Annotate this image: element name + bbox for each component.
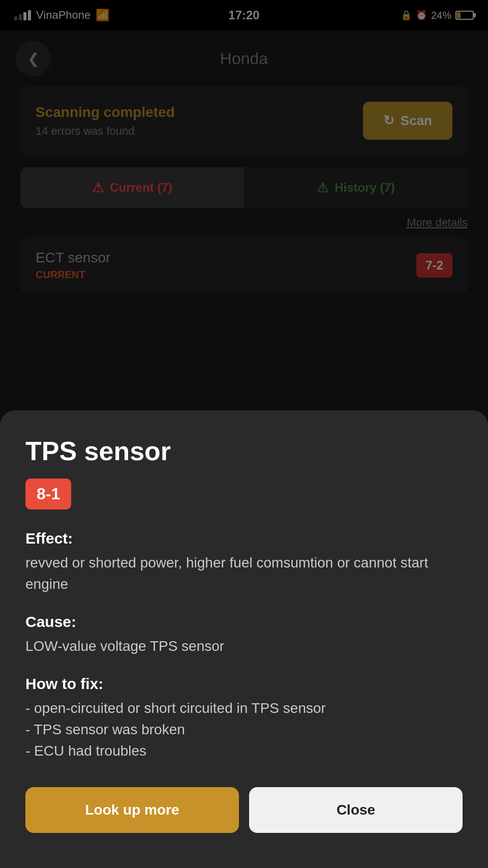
signal-bar-3	[23, 12, 26, 20]
tab-current[interactable]: ⚠ Current (7)	[20, 167, 244, 208]
modal-cause-text: LOW-value voltage TPS sensor	[25, 636, 463, 657]
close-button[interactable]: Close	[249, 787, 463, 833]
scan-button[interactable]: ↻ Scan	[363, 102, 452, 140]
tab-history-label: History (7)	[334, 181, 395, 195]
status-right: 🔒 ⏰ 24%	[401, 10, 474, 21]
scan-errors-text: 14 errors was found.	[36, 125, 175, 138]
modal-howtofix-text: - open-circuited or short circuited in T…	[25, 698, 463, 762]
signal-bar-4	[28, 10, 31, 20]
more-details-row: More details	[0, 208, 488, 237]
sensor-name: ECT sensor	[36, 250, 110, 266]
battery-fill	[457, 12, 461, 18]
back-arrow-icon: ❮	[27, 50, 39, 67]
modal-howtofix-section: How to fix: - open-circuited or short ci…	[25, 675, 463, 762]
sensor-badge: CURRENT	[36, 269, 110, 281]
modal-title: TPS sensor	[25, 436, 463, 466]
battery-icon	[455, 11, 474, 20]
modal-effect-section: Effect: revved or shorted power, higher …	[25, 530, 463, 595]
lock-icon: 🔒	[401, 10, 412, 21]
header: ❮ Honda	[0, 31, 488, 86]
tab-current-label: Current (7)	[110, 181, 172, 195]
modal-error-badge: 8-1	[25, 478, 71, 510]
status-left: VinaPhone 📶	[14, 9, 109, 22]
tab-bar: ⚠ Current (7) ⚠ History (7)	[20, 167, 468, 208]
signal-bar-2	[19, 14, 22, 20]
back-button[interactable]: ❮	[15, 41, 51, 76]
modal-buttons: Look up more Close	[25, 787, 463, 833]
ect-sensor-row[interactable]: ECT sensor CURRENT 7-2	[20, 237, 468, 293]
bottom-sheet-modal: TPS sensor 8-1 Effect: revved or shorted…	[0, 410, 488, 868]
sensor-code-badge: 7-2	[416, 253, 452, 278]
tab-history[interactable]: ⚠ History (7)	[244, 167, 468, 208]
scan-button-label: Scan	[401, 113, 432, 129]
modal-cause-title: Cause:	[25, 613, 463, 631]
modal-cause-section: Cause: LOW-value voltage TPS sensor	[25, 613, 463, 657]
more-details-link[interactable]: More details	[407, 216, 468, 229]
modal-effect-title: Effect:	[25, 530, 463, 547]
battery-percent: 24%	[431, 10, 451, 21]
carrier-name: VinaPhone	[36, 9, 90, 22]
status-bar: VinaPhone 📶 17:20 🔒 ⏰ 24%	[0, 0, 488, 31]
refresh-icon: ↻	[383, 113, 394, 129]
modal-howtofix-title: How to fix:	[25, 675, 463, 693]
status-time: 17:20	[228, 8, 259, 22]
alarm-icon: ⏰	[416, 10, 427, 21]
scan-status-text: Scanning completed	[36, 104, 175, 121]
look-up-more-button[interactable]: Look up more	[25, 787, 239, 833]
modal-effect-text: revved or shorted power, higher fuel com…	[25, 552, 463, 595]
signal-bars	[14, 10, 31, 20]
scan-card: Scanning completed 14 errors was found. …	[20, 86, 468, 155]
wifi-icon: 📶	[96, 9, 109, 22]
scan-info: Scanning completed 14 errors was found.	[36, 104, 175, 138]
warning-icon-current: ⚠	[92, 180, 104, 196]
warning-icon-history: ⚠	[317, 180, 328, 196]
signal-bar-1	[14, 16, 17, 20]
header-title: Honda	[220, 49, 268, 68]
sensor-info: ECT sensor CURRENT	[36, 250, 110, 281]
